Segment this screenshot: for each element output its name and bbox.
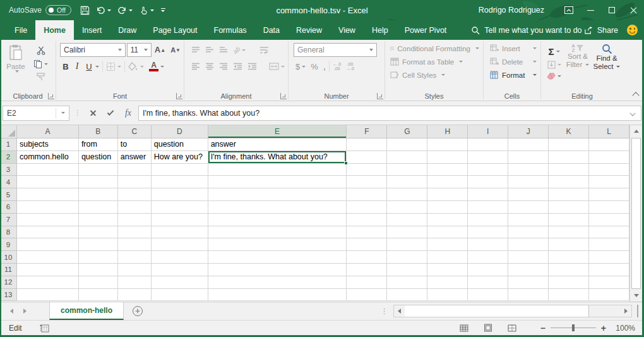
cell-F8[interactable]: [347, 226, 387, 239]
cell-H7[interactable]: [427, 214, 468, 226]
format-painter-button[interactable]: [32, 71, 50, 82]
cell-C9[interactable]: [118, 238, 152, 251]
cell-C3[interactable]: [118, 164, 152, 176]
tell-me-box[interactable]: Tell me what you want to do: [471, 20, 581, 40]
cell-A3[interactable]: [17, 164, 79, 176]
autosave-toggle[interactable]: Off: [45, 5, 71, 15]
new-sheet-button[interactable]: [129, 302, 146, 320]
cell-E3[interactable]: [208, 164, 347, 176]
row-header-10[interactable]: 10: [0, 251, 17, 264]
close-button[interactable]: [623, 0, 644, 20]
macro-record-button[interactable]: [40, 324, 49, 333]
align-right-button[interactable]: [217, 61, 230, 71]
bottom-align-button[interactable]: [217, 45, 230, 55]
cell-G3[interactable]: [387, 164, 427, 176]
cell-D12[interactable]: [152, 276, 208, 289]
merge-dropdown-icon[interactable]: [281, 66, 285, 68]
cell-G6[interactable]: [387, 201, 427, 214]
orientation-button[interactable]: ab: [231, 46, 247, 55]
fill-color-dropdown-icon[interactable]: [140, 66, 144, 68]
cell-B12[interactable]: [79, 276, 118, 289]
feedback-smiley-icon[interactable]: [627, 25, 638, 35]
cell-D4[interactable]: [152, 176, 208, 188]
column-header-L[interactable]: L: [589, 125, 629, 138]
zoom-slider[interactable]: [551, 328, 596, 328]
fill-color-button[interactable]: [126, 61, 146, 72]
cell-J5[interactable]: [508, 188, 549, 201]
cell-I2[interactable]: [468, 151, 508, 164]
prev-sheet-button[interactable]: [10, 309, 13, 314]
cell-H2[interactable]: [427, 151, 468, 164]
column-header-E[interactable]: E: [208, 125, 347, 138]
cell-C1[interactable]: to: [118, 138, 152, 151]
cell-A9[interactable]: [17, 238, 79, 251]
cell-L6[interactable]: [589, 201, 629, 214]
cell-B8[interactable]: [79, 226, 118, 239]
cell-D13[interactable]: [152, 289, 208, 302]
cell-E4[interactable]: [208, 176, 347, 188]
insert-cells-button[interactable]: Insert: [487, 42, 539, 55]
cell-E7[interactable]: [208, 214, 347, 226]
cell-D8[interactable]: [152, 226, 208, 239]
cell-K11[interactable]: [549, 264, 589, 276]
number-dialog-launcher[interactable]: [377, 93, 383, 99]
cell-K13[interactable]: [549, 289, 589, 302]
cell-H8[interactable]: [427, 226, 468, 239]
cell-C13[interactable]: [118, 289, 152, 302]
row-header-9[interactable]: 9: [0, 238, 17, 251]
cell-L5[interactable]: [589, 188, 629, 201]
vertical-scrollbar[interactable]: [629, 125, 642, 302]
borders-button[interactable]: [104, 61, 123, 73]
cell-D9[interactable]: [152, 238, 208, 251]
insert-dropdown-icon[interactable]: [533, 47, 537, 49]
cell-K5[interactable]: [549, 188, 589, 201]
sheet-tab-common-hello[interactable]: common-hello: [49, 302, 124, 320]
row-header-8[interactable]: 8: [0, 226, 17, 239]
cell-A11[interactable]: [17, 264, 79, 276]
cell-D2[interactable]: How are you?: [152, 151, 208, 164]
redo-button[interactable]: [115, 4, 135, 16]
cell-K10[interactable]: [549, 251, 589, 264]
clear-dropdown-icon[interactable]: [558, 75, 561, 77]
copy-button[interactable]: [32, 58, 50, 70]
expand-formula-bar-icon[interactable]: [629, 111, 637, 116]
decrease-decimal-button[interactable]: .00→.0: [344, 61, 356, 72]
cell-I11[interactable]: [468, 264, 508, 276]
cell-J8[interactable]: [508, 226, 549, 239]
cell-L10[interactable]: [589, 251, 629, 264]
cell-I7[interactable]: [468, 214, 508, 226]
save-button[interactable]: [78, 4, 92, 16]
cell-K3[interactable]: [549, 164, 589, 176]
wrap-text-button[interactable]: [258, 45, 271, 56]
cell-E9[interactable]: [208, 238, 347, 251]
cell-L12[interactable]: [589, 276, 629, 289]
percent-style-button[interactable]: %: [309, 61, 320, 73]
align-center-button[interactable]: [203, 61, 216, 71]
cell-L9[interactable]: [589, 238, 629, 251]
orientation-dropdown-icon[interactable]: [242, 49, 246, 51]
cell-K9[interactable]: [549, 238, 589, 251]
cell-E2[interactable]: I'm fine, thanks. What about you?: [208, 151, 347, 164]
find-select-button[interactable]: Find & Select: [592, 42, 621, 81]
cell-D11[interactable]: [152, 264, 208, 276]
cell-J7[interactable]: [508, 214, 549, 226]
cell-B9[interactable]: [79, 238, 118, 251]
increase-indent-button[interactable]: [246, 61, 259, 71]
cell-F1[interactable]: [347, 138, 387, 151]
tab-scroll-splitter[interactable]: ⋮: [379, 309, 390, 314]
enter-entry-button[interactable]: [103, 106, 118, 121]
cell-G9[interactable]: [387, 238, 427, 251]
cell-E1[interactable]: answer: [208, 138, 347, 151]
cell-B6[interactable]: [79, 201, 118, 214]
cell-B7[interactable]: [79, 214, 118, 226]
vertical-scroll-thumb[interactable]: [631, 138, 641, 289]
cell-E5[interactable]: [208, 188, 347, 201]
cell-D6[interactable]: [152, 201, 208, 214]
cell-I3[interactable]: [468, 164, 508, 176]
cell-L1[interactable]: [589, 138, 629, 151]
cell-C12[interactable]: [118, 276, 152, 289]
cell-I1[interactable]: [468, 138, 508, 151]
column-header-H[interactable]: H: [427, 125, 468, 138]
cell-F7[interactable]: [347, 214, 387, 226]
formula-input[interactable]: I'm fine, thanks. What about you?: [138, 106, 641, 121]
